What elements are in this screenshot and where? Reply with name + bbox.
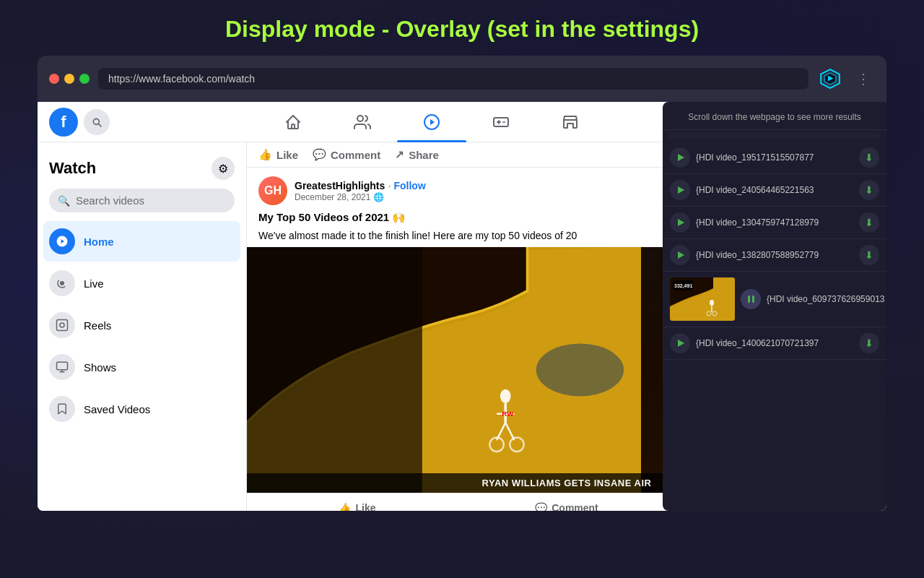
svg-point-24 [710,300,714,306]
sidebar-item-saved[interactable]: Saved Videos [43,389,240,429]
pause-bar-left [748,296,750,303]
live-icon-wrap [49,270,75,296]
svg-point-14 [500,389,511,403]
svg-rect-13 [247,247,422,493]
navbar-watch[interactable] [397,102,466,142]
overlay-item-1: {HDI video_195171515507877 ⬇ [663,142,886,174]
svg-rect-9 [57,320,68,331]
facebook-logo[interactable]: f [49,108,78,137]
overlay-play-button-4[interactable] [670,245,690,265]
shows-icon-wrap [49,354,75,380]
thumb-image-5: 332,491 [670,277,735,321]
navbar-home[interactable] [258,102,328,142]
svg-text:▶: ▶ [828,74,834,82]
overlay-filename-4: {HDI video_1382807588952779 [696,250,853,260]
saved-icon-wrap [49,396,75,422]
avatar-img: GH [258,176,287,205]
browser-menu-button[interactable]: ⋮ [852,70,875,87]
overlay-item-3: {HDI video_1304759747128979 ⬇ [663,207,886,239]
close-dot[interactable] [49,74,59,84]
post-like-bottom[interactable]: 👍Like [253,496,462,511]
overlay-filename-5: {HDI video_609737626959013 [767,294,884,304]
annotation-title: Display mode - Overlay (set in the setti… [0,16,924,43]
svg-point-22 [536,344,624,397]
annotation-banner: Display mode - Overlay (set in the setti… [0,0,924,56]
post-comment-bottom[interactable]: 💬Comment [462,496,671,511]
post-like-top[interactable]: 👍Like [258,148,298,161]
url-bar[interactable]: https://www.facebook.com/watch [98,68,808,90]
browser-chrome: https://www.facebook.com/watch ▶ ⋮ [38,56,886,102]
sidebar-item-reels-label: Reels [84,319,111,332]
overlay-download-button-6[interactable]: ⬇ [859,333,879,353]
pause-icon-5 [748,296,754,303]
play-triangle-icon-1 [678,154,684,161]
svg-text:332,491: 332,491 [674,283,692,289]
pause-bar-right [752,296,754,303]
reels-icon-wrap [49,312,75,338]
overlay-filename-2: {HDI video_240564465221563 [696,185,853,195]
facebook-body: Watch ⚙ 🔍 Home Live [38,142,886,511]
download-arrow-icon-4: ⬇ [865,250,873,260]
svg-rect-11 [57,362,68,370]
download-arrow-icon-6: ⬇ [865,338,873,348]
svg-marker-4 [430,119,435,125]
download-arrow-icon-1: ⬇ [865,152,873,163]
navbar-gaming[interactable] [466,102,536,142]
overlay-filename-1: {HDI video_195171515507877 [696,152,853,163]
post-share-top[interactable]: ↗Share [395,148,439,161]
post-author-name[interactable]: GreatestHighlights [295,180,385,191]
play-triangle-icon-2 [678,186,684,194]
sidebar-item-shows-label: Shows [84,361,116,374]
overlay-download-button-3[interactable]: ⬇ [859,212,879,233]
watch-sidebar: Watch ⚙ 🔍 Home Live [38,142,247,511]
comment-label-bottom: Comment [552,502,598,511]
download-arrow-icon-3: ⬇ [865,217,873,228]
overlay-panel: Scroll down the webpage to see more resu… [663,142,886,511]
sidebar-item-saved-label: Saved Videos [84,403,150,415]
sidebar-header: Watch ⚙ [43,151,240,189]
overlay-thumbnail-5: 332,491 [670,277,735,321]
overlay-play-button-1[interactable] [670,147,690,168]
sidebar-settings-button[interactable]: ⚙ [212,157,235,180]
sidebar-search-input[interactable] [76,194,226,207]
sidebar-item-home-label: Home [84,236,114,248]
sidebar-item-shows[interactable]: Shows [43,347,240,387]
comment-label-top: Comment [331,149,380,161]
privacy-icon: 🌐 [373,192,384,202]
overlay-filename-3: {HDI video_1304759747128979 [696,217,853,228]
navbar-search-button[interactable] [84,109,110,135]
post-comment-top[interactable]: 💬Comment [313,148,380,161]
sidebar-search-bar[interactable]: 🔍 [49,189,235,212]
extension-icon[interactable]: ▶ [817,66,843,92]
post-author-avatar[interactable]: GH [258,176,287,205]
navbar-center [110,102,754,142]
share-label-top: Share [409,149,439,161]
sidebar-item-home[interactable]: Home [43,221,240,262]
overlay-download-button-2[interactable]: ⬇ [859,180,879,200]
sidebar-item-reels[interactable]: Reels [43,305,240,345]
play-triangle-icon-6 [678,340,684,347]
facebook-page: f [38,102,886,511]
overlay-filename-6: {HDI video_1400621070721397 [696,338,853,348]
overlay-item-4: {HDI video_1382807588952779 ⬇ [663,239,886,272]
navbar-marketplace[interactable] [536,102,605,142]
overlay-play-button-2[interactable] [670,180,690,200]
sidebar-item-live-label: Live [84,277,104,290]
overlay-pause-button-5[interactable] [741,289,761,309]
svg-point-10 [60,323,64,327]
overlay-item-6: {HDI video_1400621070721397 ⬇ [663,327,886,360]
overlay-item-2: {HDI video_240564465221563 ⬇ [663,174,886,207]
overlay-download-button-4[interactable]: ⬇ [859,245,879,265]
like-label-top: Like [276,149,298,161]
post-follow-button[interactable]: Follow [393,180,425,191]
navbar-friends[interactable] [328,102,397,142]
svg-text:RW: RW [502,410,514,418]
maximize-dot[interactable] [79,74,90,84]
overlay-play-button-6[interactable] [670,333,690,353]
overlay-play-button-3[interactable] [670,212,690,233]
window-controls [49,74,90,84]
overlay-download-button-1[interactable]: ⬇ [859,147,879,168]
minimize-dot[interactable] [64,74,74,84]
sidebar-item-live[interactable]: Live [43,263,240,303]
like-label-bottom: Like [355,502,375,511]
